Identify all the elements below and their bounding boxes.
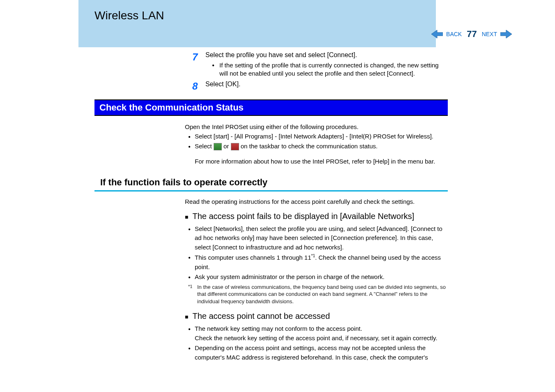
- back-link[interactable]: BACK: [446, 31, 462, 37]
- square-heading: ■ The access point fails to be displayed…: [185, 212, 448, 221]
- text-fragment: on the taskbar to check the communicatio…: [241, 143, 378, 150]
- step-number: 7: [94, 51, 205, 78]
- next-link[interactable]: NEXT: [482, 31, 497, 37]
- step-8: 8 Select [OK].: [94, 81, 448, 92]
- square-heading: ■ The access point cannot be accessed: [185, 311, 448, 321]
- list-item: Select [start] - [All Programs] - [Intel…: [185, 132, 448, 141]
- list-item: This computer uses channels 1 through 11…: [185, 253, 448, 272]
- header-band: [78, 0, 436, 47]
- text-fragment: This computer uses channels 1 through 11: [195, 254, 311, 261]
- square-bullet-icon: ■: [185, 314, 188, 320]
- step-7: 7 Select the profile you have set and se…: [94, 51, 448, 78]
- paragraph: For more information about how to use th…: [185, 158, 448, 165]
- step-number: 8: [94, 81, 205, 92]
- footnote-ref: *1: [311, 254, 315, 258]
- footnote-text: In the case of wireless communications, …: [197, 284, 446, 304]
- step-text: Select [OK].: [205, 81, 448, 88]
- nav-bar: BACK 77 NEXT: [431, 29, 512, 39]
- text-line: The network key setting may not conform …: [195, 325, 362, 332]
- wireless-on-icon: [214, 143, 222, 150]
- wireless-off-icon: [231, 143, 239, 150]
- square-bullet-icon: ■: [185, 214, 188, 220]
- text-line: Check the network key setting of the acc…: [195, 334, 438, 341]
- section-heading: Check the Communication Status: [94, 99, 448, 116]
- list-item: Select or on the taskbar to check the co…: [185, 142, 448, 151]
- list-item: Select [Networks], then select the profi…: [185, 224, 448, 252]
- square-heading-text: The access point fails to be displayed i…: [192, 212, 414, 221]
- square-heading-text: The access point cannot be accessed: [192, 311, 330, 321]
- section-intro: Open the Intel PROSet using either of th…: [185, 122, 448, 131]
- footnote: *1 In the case of wireless communication…: [185, 284, 448, 305]
- footnote-mark: *1: [188, 284, 192, 290]
- step-bullet: If the setting of the profile that is cu…: [214, 61, 448, 78]
- subsection-heading: If the function fails to operate correct…: [94, 177, 448, 191]
- paragraph: Read the operating instructions for the …: [185, 198, 448, 205]
- list-item: Ask your system administrator or the per…: [185, 272, 448, 282]
- next-arrow-icon[interactable]: [500, 29, 512, 39]
- text-fragment: Select: [195, 143, 214, 150]
- list-item: The network key setting may not conform …: [185, 324, 448, 343]
- page-title: Wireless LAN: [94, 9, 164, 22]
- step-text: Select the profile you have set and sele…: [205, 51, 448, 59]
- text-fragment: or: [223, 143, 231, 150]
- back-arrow-icon[interactable]: [431, 29, 443, 39]
- svg-marker-1: [500, 30, 512, 38]
- svg-marker-0: [431, 30, 443, 38]
- list-item: Depending on the access point and settin…: [185, 344, 448, 362]
- page-number: 77: [465, 29, 478, 39]
